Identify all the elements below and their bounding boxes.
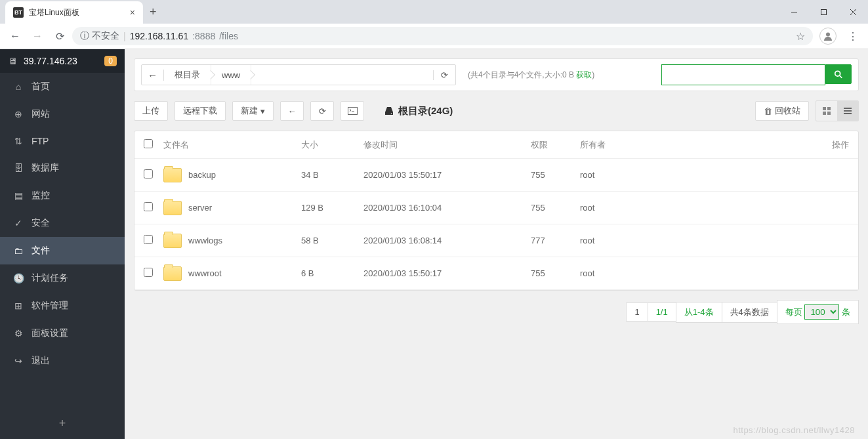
url-port: :8888 bbox=[192, 31, 215, 41]
per-page-label: 每页 bbox=[785, 307, 802, 317]
sidebar-item-label: 退出 bbox=[31, 355, 50, 367]
table-row[interactable]: backup 34 B 2020/01/03 15:50:17 755 root bbox=[134, 159, 858, 192]
search-button[interactable] bbox=[825, 64, 852, 84]
file-name[interactable]: server bbox=[188, 203, 212, 213]
sidebar-item-5[interactable]: ✓安全 bbox=[0, 209, 125, 237]
notification-badge[interactable]: 0 bbox=[104, 56, 117, 66]
disk-icon bbox=[384, 106, 394, 115]
refresh-button[interactable]: ⟳ bbox=[310, 101, 334, 121]
reload-button[interactable]: ⟳ bbox=[50, 26, 70, 46]
sidebar-item-label: 监控 bbox=[31, 190, 50, 201]
grid-view-button[interactable] bbox=[816, 101, 837, 121]
file-name[interactable]: wwwroot bbox=[188, 268, 222, 278]
omnibox[interactable]: ⓘ 不安全 | 192.168.11.61:8888/files ☆ bbox=[72, 27, 813, 45]
dir-summary: (共4个目录与4个文件,大小:0 B 获取) bbox=[468, 70, 594, 81]
header-name[interactable]: 文件名 bbox=[163, 139, 301, 151]
svg-rect-10 bbox=[827, 107, 831, 110]
new-tab-button[interactable]: + bbox=[143, 5, 163, 19]
sidebar-item-4[interactable]: ▤监控 bbox=[0, 182, 125, 209]
sidebar-item-2[interactable]: ⇅FTP bbox=[0, 128, 125, 154]
row-checkbox[interactable] bbox=[144, 235, 153, 244]
summary-fetch-link[interactable]: 获取 bbox=[576, 70, 592, 79]
back-button[interactable]: ← bbox=[5, 26, 25, 46]
file-size: 129 B bbox=[301, 203, 363, 213]
per-page-control: 每页 100 条 bbox=[777, 300, 859, 324]
sidebar-item-6[interactable]: 🗀文件 bbox=[0, 237, 125, 264]
sidebar-item-1[interactable]: ⊕网站 bbox=[0, 100, 125, 128]
file-size: 6 B bbox=[301, 268, 363, 278]
forward-button[interactable]: → bbox=[28, 26, 47, 46]
sidebar-item-label: 文件 bbox=[31, 245, 50, 257]
sidebar-item-9[interactable]: ⚙面板设置 bbox=[0, 320, 125, 347]
sidebar-item-label: 首页 bbox=[31, 81, 50, 93]
select-all-checkbox[interactable] bbox=[144, 139, 153, 148]
summary-suffix: ) bbox=[592, 70, 594, 79]
apps-icon: ⊞ bbox=[13, 301, 24, 311]
page-current[interactable]: 1 bbox=[626, 303, 648, 322]
sidebar-item-10[interactable]: ↪退出 bbox=[0, 347, 125, 375]
sidebar-item-label: 计划任务 bbox=[31, 272, 68, 284]
header-mtime[interactable]: 修改时间 bbox=[363, 139, 531, 151]
breadcrumb-root[interactable]: 根目录 bbox=[164, 65, 211, 85]
row-checkbox[interactable] bbox=[144, 268, 153, 277]
folder-icon bbox=[163, 168, 182, 182]
exit-icon: ↪ bbox=[13, 356, 24, 366]
header-size[interactable]: 大小 bbox=[301, 139, 363, 151]
svg-rect-14 bbox=[844, 110, 852, 112]
breadcrumb-back-button[interactable]: ← bbox=[142, 70, 164, 81]
svg-point-8 bbox=[391, 113, 392, 114]
monitor-icon: 🖥 bbox=[8, 56, 18, 66]
terminal-button[interactable] bbox=[341, 101, 364, 121]
sidebar-item-label: 软件管理 bbox=[31, 300, 68, 312]
trash-icon: 🗑 bbox=[764, 106, 772, 116]
globe-icon: ⊕ bbox=[13, 109, 24, 119]
new-button[interactable]: 新建 ▾ bbox=[232, 101, 274, 121]
recycle-bin-button[interactable]: 🗑 回收站 bbox=[755, 101, 809, 121]
upload-button[interactable]: 上传 bbox=[134, 101, 168, 121]
file-owner: root bbox=[580, 268, 659, 278]
row-checkbox[interactable] bbox=[144, 169, 153, 178]
row-checkbox[interactable] bbox=[144, 202, 153, 211]
add-menu-button[interactable]: + bbox=[0, 408, 125, 439]
insecure-indicator: ⓘ 不安全 bbox=[80, 30, 119, 42]
close-window-button[interactable] bbox=[838, 2, 868, 22]
table-row[interactable]: server 129 B 2020/01/03 16:10:04 755 roo… bbox=[134, 192, 858, 224]
sidebar-item-label: FTP bbox=[31, 136, 49, 146]
history-back-button[interactable]: ← bbox=[280, 101, 304, 121]
per-page-select[interactable]: 100 bbox=[804, 304, 839, 320]
profile-button[interactable] bbox=[819, 28, 837, 45]
file-owner: root bbox=[580, 203, 659, 213]
close-icon[interactable]: × bbox=[130, 7, 135, 18]
new-button-label: 新建 bbox=[241, 105, 258, 117]
file-mtime: 2020/01/03 15:50:17 bbox=[363, 268, 531, 278]
header-owner[interactable]: 所有者 bbox=[580, 139, 659, 151]
file-table: 文件名 大小 修改时间 权限 所有者 操作 backup 34 B 2020/0… bbox=[134, 131, 859, 291]
menu-button[interactable]: ⋮ bbox=[843, 26, 863, 46]
browser-tab[interactable]: BT 宝塔Linux面板 × bbox=[5, 1, 143, 24]
breadcrumb-refresh-button[interactable]: ⟳ bbox=[433, 70, 455, 80]
star-icon[interactable]: ☆ bbox=[796, 30, 805, 43]
file-size: 34 B bbox=[301, 170, 363, 180]
header-perm[interactable]: 权限 bbox=[531, 139, 580, 151]
file-name[interactable]: wwwlogs bbox=[188, 236, 222, 245]
svg-rect-7 bbox=[348, 108, 357, 115]
sidebar-item-3[interactable]: 🗄数据库 bbox=[0, 154, 125, 182]
pager: 1 1/1 从1-4条 共4条数据 每页 100 条 bbox=[134, 300, 859, 324]
maximize-button[interactable] bbox=[809, 2, 838, 22]
sidebar-item-8[interactable]: ⊞软件管理 bbox=[0, 292, 125, 320]
tab-bar: BT 宝塔Linux面板 × + bbox=[0, 0, 868, 24]
main-content: ← 根目录 www ⟳ (共4个目录与4个文件,大小:0 B 获取) 上传 远程… bbox=[125, 49, 868, 439]
minimize-button[interactable] bbox=[779, 2, 809, 22]
svg-line-6 bbox=[840, 75, 842, 78]
sidebar-item-0[interactable]: ⌂首页 bbox=[0, 73, 125, 100]
file-name[interactable]: backup bbox=[188, 170, 216, 180]
sidebar-item-7[interactable]: 🕓计划任务 bbox=[0, 264, 125, 292]
breadcrumb-seg[interactable]: www bbox=[211, 65, 251, 85]
sidebar-item-label: 数据库 bbox=[31, 162, 59, 174]
table-row[interactable]: wwwroot 6 B 2020/01/03 15:50:17 755 root bbox=[134, 257, 858, 290]
search-input[interactable] bbox=[661, 64, 825, 85]
list-view-button[interactable] bbox=[837, 101, 858, 121]
table-row[interactable]: wwwlogs 58 B 2020/01/03 16:08:14 777 roo… bbox=[134, 224, 858, 257]
remote-download-button[interactable]: 远程下载 bbox=[175, 101, 226, 121]
table-header: 文件名 大小 修改时间 权限 所有者 操作 bbox=[134, 131, 858, 159]
